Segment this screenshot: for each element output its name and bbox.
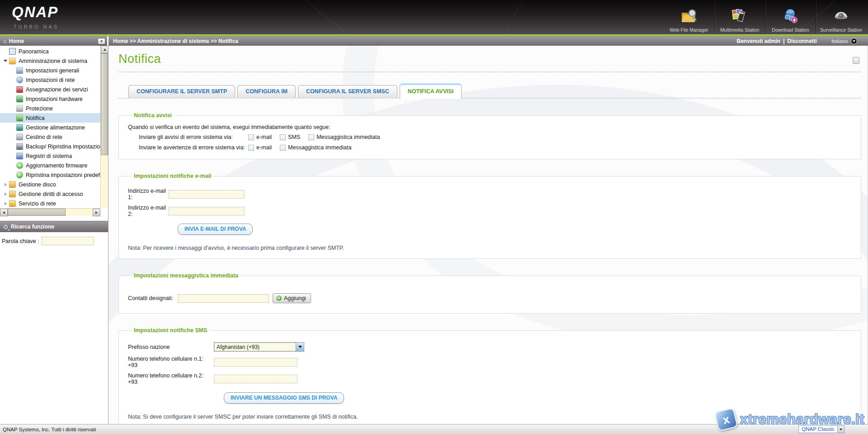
multimedia-station-icon bbox=[731, 8, 749, 26]
download-station-button[interactable]: Download Station bbox=[765, 0, 816, 34]
tab-configura-il-server-smsc[interactable]: CONFIGURA IL SERVER SMSC bbox=[298, 85, 397, 98]
folder-icon bbox=[9, 191, 16, 197]
warning-im-checkbox[interactable] bbox=[280, 145, 286, 151]
sidebar-item-gestione-alimentazione[interactable]: Gestione alimentazione bbox=[0, 123, 100, 132]
tree-vertical-scrollbar[interactable] bbox=[100, 46, 108, 208]
page-title: Notifica bbox=[118, 52, 861, 66]
overview-icon bbox=[9, 48, 16, 55]
email2-label: Indirizzo e-mail 2: bbox=[128, 205, 169, 217]
sidebar-item-cestino-di-rete[interactable]: Cestino di rete bbox=[0, 132, 100, 142]
scroll-left-button[interactable] bbox=[0, 209, 8, 216]
sidebar-item-label: Amministrazione di sistema bbox=[19, 58, 87, 64]
horizontal-scroll-thumb[interactable] bbox=[8, 209, 66, 216]
logout-link[interactable]: Disconnetti bbox=[788, 38, 817, 44]
dropdown-arrow-icon[interactable] bbox=[296, 343, 304, 351]
sidebar-header-title: Home bbox=[9, 38, 24, 44]
sidebar-collapse-button[interactable]: « bbox=[98, 38, 105, 44]
sidebar: Panoramica Amministrazione di sistema Im… bbox=[0, 46, 108, 424]
multimedia-station-button[interactable]: Multimedia Station bbox=[714, 0, 765, 34]
tab-configurare-il-server-smtp[interactable]: CONFIGURARE IL SERVER SMTP bbox=[128, 85, 235, 98]
sidebar-item-panoramica[interactable]: Panoramica bbox=[0, 47, 100, 56]
smtp-note: Nota: Per ricevere i messaggi d'avviso, … bbox=[128, 245, 852, 251]
add-button-label: Aggiungi bbox=[284, 295, 306, 301]
station-label: Download Station bbox=[772, 27, 809, 33]
scroll-up-button[interactable] bbox=[101, 46, 108, 53]
sidebar-item-label: Notifica bbox=[26, 115, 45, 121]
function-search-title: Ricerca funzione bbox=[11, 224, 54, 230]
email2-input[interactable] bbox=[169, 207, 245, 215]
theme-value: QNAP Classic bbox=[799, 426, 837, 433]
error-email-checkbox[interactable] bbox=[248, 134, 254, 140]
sidebar-item-aggiornamento-firmware[interactable]: ▲ Aggiornamento firmware bbox=[0, 161, 100, 170]
sidebar-item-label: Impostazioni di rete bbox=[26, 77, 75, 83]
sidebar-item-gestione-diritti-di-accesso[interactable]: Gestione diritti di accesso bbox=[0, 189, 100, 199]
hardware-settings-icon bbox=[16, 95, 23, 102]
designated-contacts-input[interactable] bbox=[178, 294, 269, 303]
send-test-email-button[interactable]: INVIA E-MAIL DI PROVA bbox=[178, 224, 253, 235]
sidebar-item-gestione-disco[interactable]: Gestione disco bbox=[0, 180, 100, 189]
theme-select[interactable]: QNAP Classic bbox=[798, 425, 844, 433]
web-file-manager-button[interactable]: Web File Manager bbox=[664, 0, 714, 34]
checkbox-label: e-mail bbox=[256, 134, 272, 140]
service-assignment-icon bbox=[16, 86, 23, 93]
sidebar-item-ripristina-impostazioni-predefinite[interactable]: ○ Ripristina impostazioni predefinite bbox=[0, 170, 100, 180]
surveillance-station-button[interactable]: Surveillance Station bbox=[816, 0, 866, 34]
section-legend: Impostazioni notifiche SMS bbox=[132, 327, 210, 334]
main-content: Notifica CONFIGURARE IL SERVER SMTP CONF… bbox=[108, 46, 868, 424]
sidebar-item-amministrazione-di-sistema[interactable]: Amministrazione di sistema bbox=[0, 56, 100, 66]
sidebar-item-notifica[interactable]: Notifica bbox=[0, 113, 100, 123]
theme-dropdown-arrow-icon[interactable] bbox=[837, 426, 844, 433]
station-label: Surveillance Station bbox=[820, 27, 862, 33]
sidebar-item-label: Ripristina impostazioni predefinite bbox=[26, 172, 100, 178]
sidebar-item-protezione[interactable]: Protezione bbox=[0, 104, 100, 113]
email-notification-section: Impostazioni notifiche e-mail Indirizzo … bbox=[118, 173, 861, 259]
app-header: QNAP TURBO NAS Web File Manager bbox=[0, 0, 868, 34]
send-test-sms-button[interactable]: INVIARE UN MESSAGGIO SMS DI PROVA bbox=[224, 392, 344, 404]
station-label: Web File Manager bbox=[670, 27, 708, 33]
sidebar-item-impostazioni-di-rete[interactable]: Impostazioni di rete bbox=[0, 75, 100, 85]
email1-input[interactable] bbox=[169, 190, 245, 199]
expander-open-icon[interactable] bbox=[3, 60, 8, 62]
sidebar-item-assegnazione-dei-servizi[interactable]: Assegnazione dei servizi bbox=[0, 85, 100, 94]
tree-horizontal-scrollbar[interactable] bbox=[0, 208, 100, 216]
country-code-select[interactable]: Afghanistan (+93) bbox=[214, 342, 304, 352]
sidebar-item-impostazioni-hardware[interactable]: Impostazioni hardware bbox=[0, 94, 100, 104]
sidebar-item-label: Protezione bbox=[26, 105, 53, 112]
tab-configura-im[interactable]: CONFIGURA IM bbox=[237, 85, 296, 98]
sidebar-item-impostazioni-generali[interactable]: Impostazioni generali bbox=[0, 66, 100, 75]
logo-title: QNAP bbox=[12, 4, 59, 21]
keyword-input[interactable] bbox=[42, 237, 94, 245]
phone2-input[interactable] bbox=[214, 375, 297, 383]
expander-closed-icon[interactable] bbox=[3, 183, 8, 186]
phone1-input[interactable] bbox=[214, 358, 297, 367]
copyright-text: QNAP Systems, Inc. Tutti i diritti riser… bbox=[3, 427, 96, 432]
scroll-right-button[interactable] bbox=[93, 209, 100, 216]
warning-email-checkbox[interactable] bbox=[248, 145, 254, 151]
sms-notification-section: Impostazioni notifiche SMS Prefisso nazi… bbox=[118, 327, 861, 424]
sidebar-item-backup-ripristina-impostazioni[interactable]: Backup/ Ripristina impostazioni bbox=[0, 142, 100, 151]
section-legend: Impostazioni messaggistica immediata bbox=[132, 272, 241, 279]
language-dropdown-icon[interactable] bbox=[851, 38, 857, 44]
sidebar-item-label: Gestione alimentazione bbox=[26, 124, 85, 131]
panel-options-icon[interactable] bbox=[853, 57, 859, 64]
country-code-value: Afghanistan (+93) bbox=[214, 343, 296, 351]
error-im-checkbox[interactable] bbox=[308, 134, 314, 140]
add-contact-button[interactable]: + Aggiungi bbox=[273, 293, 311, 303]
error-sms-checkbox[interactable] bbox=[280, 134, 286, 140]
tab-notifica-avvisi[interactable]: NOTIFICA AVVISI bbox=[400, 83, 462, 99]
checkbox-label: Messaggistica immediata bbox=[288, 144, 351, 151]
function-search-header: Ricerca funzione bbox=[0, 221, 108, 232]
expander-closed-icon[interactable] bbox=[3, 192, 8, 196]
sidebar-item-registri-di-sistema[interactable]: Registri di sistema bbox=[0, 151, 100, 161]
expander-closed-icon[interactable] bbox=[3, 202, 8, 205]
sidebar-item-label: Servizio di rete bbox=[19, 200, 56, 207]
language-label: Italiano bbox=[831, 38, 848, 44]
open-folder-icon bbox=[9, 57, 16, 64]
sidebar-item-servizio-di-rete[interactable]: Servizio di rete bbox=[0, 199, 100, 208]
vertical-scroll-thumb[interactable] bbox=[101, 53, 108, 155]
sidebar-item-label: Assegnazione dei servizi bbox=[26, 86, 88, 93]
logo-subtitle: TURBO NAS bbox=[14, 24, 59, 29]
backup-restore-icon bbox=[16, 143, 23, 150]
country-code-label: Prefisso nazione bbox=[128, 344, 214, 350]
smsc-note: Nota: Si deve configurare il server SMSC… bbox=[128, 414, 852, 420]
